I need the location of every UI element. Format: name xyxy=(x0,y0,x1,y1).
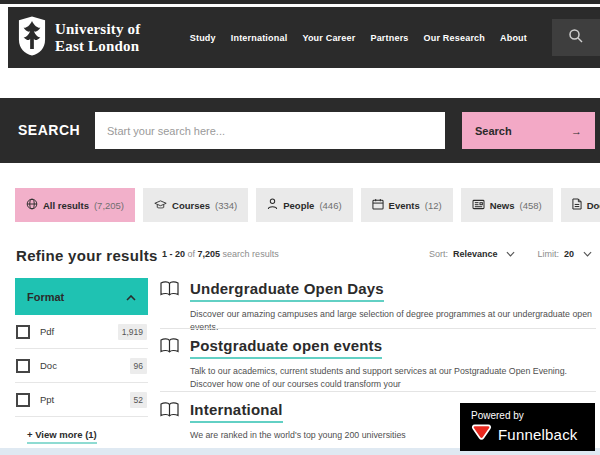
count-badge: 1,919 xyxy=(118,324,147,340)
limit-dropdown[interactable]: Limit: 20 xyxy=(537,249,592,259)
result-description: Talk to our academics, current students … xyxy=(190,365,595,391)
nav-item-your-career[interactable]: Your Career xyxy=(302,33,355,43)
search-result-item: Undergraduate Open Days Discover our ama… xyxy=(160,280,596,334)
funnelback-badge[interactable]: Powered by Funnelback xyxy=(460,403,595,451)
arrow-right-icon: → xyxy=(571,125,582,137)
chevron-down-icon xyxy=(506,249,515,259)
uel-shield-icon xyxy=(18,15,46,61)
search-band-label: SEARCH xyxy=(18,122,80,138)
results-summary: 1 - 20 of 7,205 search results xyxy=(162,249,279,259)
facet-title: Format xyxy=(27,291,64,303)
chevron-up-icon xyxy=(126,291,136,303)
refine-results-heading: Refine your results xyxy=(16,247,158,264)
ppt-checkbox[interactable] xyxy=(16,393,30,407)
format-facet-header[interactable]: Format xyxy=(15,278,148,315)
facet-option-pdf[interactable]: Pdf 1,919 xyxy=(15,315,148,349)
format-facet: Format Pdf 1,919 Doc 96 Ppt 52 + View mo… xyxy=(15,278,148,444)
nav-search-button[interactable] xyxy=(552,19,600,56)
result-divider xyxy=(160,328,596,329)
search-band: SEARCH Search → xyxy=(0,98,600,163)
top-border-strip xyxy=(0,0,600,4)
count-badge: 52 xyxy=(130,392,147,408)
count-badge: 96 xyxy=(130,358,147,374)
funnelback-wordmark: Funnelback xyxy=(498,426,578,443)
open-book-icon xyxy=(160,402,179,422)
tab-people[interactable]: People (446) xyxy=(256,188,352,222)
result-description: Discover our amazing campuses and large … xyxy=(190,308,595,334)
tab-all-results[interactable]: All results (7,205) xyxy=(15,188,135,222)
facet-option-doc[interactable]: Doc 96 xyxy=(15,349,148,383)
chevron-down-icon xyxy=(583,249,592,259)
calendar-icon xyxy=(372,198,384,212)
nav-item-partners[interactable]: Partners xyxy=(370,33,408,43)
open-book-icon xyxy=(160,281,179,301)
nav-item-our-research[interactable]: Our Research xyxy=(424,33,485,43)
document-icon xyxy=(572,198,582,212)
logo-text: University of East London xyxy=(55,21,141,54)
search-result-item: Postgraduate open events Talk to our aca… xyxy=(160,337,596,391)
search-button-label: Search xyxy=(475,125,512,137)
site-header: University of East London Study Internat… xyxy=(8,7,600,68)
pdf-checkbox[interactable] xyxy=(16,325,30,339)
tab-news[interactable]: News (458) xyxy=(461,188,553,222)
nav-item-about[interactable]: About xyxy=(500,33,527,43)
open-book-icon xyxy=(160,338,179,358)
powered-by-label: Powered by xyxy=(471,410,584,421)
funnelback-logo-icon xyxy=(471,423,492,446)
result-divider xyxy=(160,391,596,392)
result-title-link[interactable]: International xyxy=(190,401,283,423)
sort-dropdown[interactable]: Sort: Relevance xyxy=(429,249,516,259)
news-icon xyxy=(472,199,485,212)
facet-option-ppt[interactable]: Ppt 52 xyxy=(15,383,148,417)
result-title-link[interactable]: Undergraduate Open Days xyxy=(190,280,384,302)
result-title-link[interactable]: Postgraduate open events xyxy=(190,337,382,359)
nav-item-international[interactable]: International xyxy=(231,33,288,43)
view-more-link[interactable]: + View more (1) xyxy=(27,429,97,444)
tab-documents[interactable]: Documents (2,067) xyxy=(561,188,600,222)
search-input[interactable] xyxy=(95,112,445,149)
tab-events[interactable]: Events (12) xyxy=(361,188,453,222)
main-nav: Study International Your Career Partners… xyxy=(190,19,600,56)
result-type-tabs: All results (7,205) Courses (334) People… xyxy=(15,188,600,222)
globe-icon xyxy=(26,198,38,212)
person-icon xyxy=(267,198,278,212)
doc-checkbox[interactable] xyxy=(16,359,30,373)
graduation-cap-icon xyxy=(154,199,167,212)
nav-item-study[interactable]: Study xyxy=(190,33,216,43)
uel-logo[interactable]: University of East London xyxy=(18,15,141,61)
tab-courses[interactable]: Courses (334) xyxy=(143,188,248,222)
search-icon xyxy=(568,28,584,48)
search-submit-button[interactable]: Search → xyxy=(462,112,595,149)
results-summary-bar: 1 - 20 of 7,205 search results Sort: Rel… xyxy=(162,249,592,259)
